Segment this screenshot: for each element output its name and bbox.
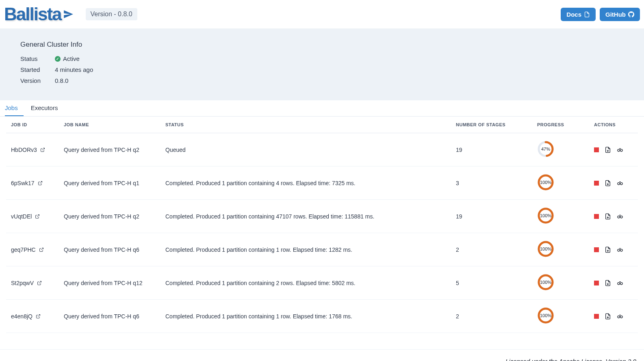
download-icon[interactable] bbox=[605, 313, 611, 320]
github-icon bbox=[628, 11, 634, 17]
col-job-name[interactable]: JOB NAME bbox=[59, 117, 160, 133]
binoculars-icon[interactable] bbox=[617, 213, 623, 220]
job-status: Completed. Produced 1 partition containi… bbox=[160, 266, 451, 300]
stop-button[interactable] bbox=[594, 147, 599, 152]
tabs: Jobs Executors bbox=[0, 100, 644, 117]
job-id: 6pSwk17 bbox=[11, 180, 35, 186]
stop-button[interactable] bbox=[594, 247, 599, 252]
header: Ballista Version - 0.8.0 Docs GitHub bbox=[0, 0, 644, 28]
cluster-info-title: General Cluster Info bbox=[20, 41, 624, 49]
logo-arrow-icon bbox=[63, 9, 74, 19]
svg-point-23 bbox=[618, 282, 620, 284]
table-row: 6pSwk17 Query derived from TPC-H q1 Comp… bbox=[6, 166, 638, 200]
svg-point-8 bbox=[618, 182, 620, 184]
svg-line-25 bbox=[38, 314, 40, 317]
binoculars-icon[interactable] bbox=[617, 313, 623, 320]
svg-point-9 bbox=[620, 182, 622, 184]
col-progress[interactable]: PROGRESS bbox=[532, 117, 589, 133]
external-link-icon[interactable] bbox=[40, 147, 45, 152]
table-row: HbDORv3 Query derived from TPC-H q2 Queu… bbox=[6, 133, 638, 166]
job-id: St2pqwV bbox=[11, 280, 34, 286]
svg-point-18 bbox=[618, 249, 620, 251]
svg-line-15 bbox=[41, 248, 43, 250]
svg-point-13 bbox=[618, 216, 620, 218]
job-name: Query derived from TPC-H q12 bbox=[59, 266, 160, 300]
external-link-icon[interactable] bbox=[39, 247, 44, 252]
svg-point-14 bbox=[620, 216, 622, 218]
table-row: vUqtDEl Query derived from TPC-H q2 Comp… bbox=[6, 200, 638, 233]
github-button-label: GitHub bbox=[605, 11, 626, 18]
stop-button[interactable] bbox=[594, 214, 599, 219]
progress-ring: 100% bbox=[537, 274, 554, 291]
document-icon bbox=[584, 11, 590, 17]
external-link-icon[interactable] bbox=[35, 214, 40, 219]
tab-jobs[interactable]: Jobs bbox=[5, 100, 24, 116]
external-link-icon[interactable] bbox=[38, 181, 43, 186]
col-status[interactable]: STATUS bbox=[160, 117, 451, 133]
job-id: geq7PHC bbox=[11, 246, 36, 253]
binoculars-icon[interactable] bbox=[617, 246, 623, 253]
docs-button-label: Docs bbox=[566, 11, 581, 18]
footer-license: Licensed under the Apache License, Versi… bbox=[0, 349, 644, 361]
col-actions[interactable]: ACTIONS bbox=[589, 117, 638, 133]
svg-line-0 bbox=[42, 148, 45, 150]
job-id: e4en8jQ bbox=[11, 313, 33, 320]
svg-line-10 bbox=[37, 214, 39, 217]
svg-point-3 bbox=[618, 149, 620, 151]
docs-button[interactable]: Docs bbox=[561, 8, 596, 21]
svg-point-29 bbox=[620, 316, 622, 318]
github-button[interactable]: GitHub bbox=[600, 8, 640, 21]
table-row: e4en8jQ Query derived from TPC-H q6 Comp… bbox=[6, 300, 638, 333]
svg-point-19 bbox=[620, 249, 622, 251]
col-job-id[interactable]: JOB ID bbox=[6, 117, 59, 133]
progress-ring: 100% bbox=[537, 240, 554, 257]
download-icon[interactable] bbox=[605, 246, 611, 253]
started-label: Started bbox=[20, 66, 55, 73]
col-stages[interactable]: NUMBER OF STAGES bbox=[451, 117, 532, 133]
job-status: Completed. Produced 1 partition containi… bbox=[160, 300, 451, 333]
table-row: geq7PHC Query derived from TPC-H q6 Comp… bbox=[6, 233, 638, 266]
jobs-table: JOB ID JOB NAME STATUS NUMBER OF STAGES … bbox=[6, 117, 638, 333]
progress-ring: 47% bbox=[537, 141, 554, 158]
svg-line-5 bbox=[40, 181, 42, 184]
jobs-table-wrap: JOB ID JOB NAME STATUS NUMBER OF STAGES … bbox=[0, 117, 644, 333]
external-link-icon[interactable] bbox=[36, 314, 41, 319]
job-status: Completed. Produced 1 partition containi… bbox=[160, 200, 451, 233]
job-stages: 19 bbox=[451, 200, 532, 233]
job-stages: 19 bbox=[451, 133, 532, 166]
stop-button[interactable] bbox=[594, 314, 599, 319]
svg-line-20 bbox=[39, 281, 41, 283]
stop-button[interactable] bbox=[594, 281, 599, 285]
download-icon[interactable] bbox=[605, 147, 611, 153]
job-name: Query derived from TPC-H q6 bbox=[59, 300, 160, 333]
progress-ring: 100% bbox=[537, 307, 554, 324]
svg-point-28 bbox=[618, 316, 620, 318]
svg-point-4 bbox=[620, 149, 622, 151]
progress-value: 100% bbox=[537, 240, 554, 257]
status-value: Active bbox=[63, 55, 80, 62]
progress-value: 100% bbox=[537, 174, 554, 191]
job-name: Query derived from TPC-H q2 bbox=[59, 133, 160, 166]
download-icon[interactable] bbox=[605, 280, 611, 286]
job-status: Completed. Produced 1 partition containi… bbox=[160, 233, 451, 266]
job-stages: 5 bbox=[451, 266, 532, 300]
job-stages: 2 bbox=[451, 233, 532, 266]
external-link-icon[interactable] bbox=[37, 281, 42, 285]
progress-value: 47% bbox=[537, 141, 554, 158]
download-icon[interactable] bbox=[605, 180, 611, 186]
job-stages: 2 bbox=[451, 300, 532, 333]
tab-executors[interactable]: Executors bbox=[31, 100, 64, 116]
stop-button[interactable] bbox=[594, 181, 599, 186]
binoculars-icon[interactable] bbox=[617, 180, 623, 186]
job-name: Query derived from TPC-H q1 bbox=[59, 166, 160, 200]
job-id: vUqtDEl bbox=[11, 213, 32, 220]
binoculars-icon[interactable] bbox=[617, 280, 623, 286]
progress-value: 100% bbox=[537, 274, 554, 291]
logo: Ballista bbox=[4, 4, 74, 24]
cluster-info-panel: General Cluster Info Status Active Start… bbox=[0, 28, 644, 100]
download-icon[interactable] bbox=[605, 213, 611, 220]
binoculars-icon[interactable] bbox=[617, 147, 623, 153]
svg-point-24 bbox=[620, 282, 622, 284]
progress-ring: 100% bbox=[537, 174, 554, 191]
progress-value: 100% bbox=[537, 207, 554, 224]
